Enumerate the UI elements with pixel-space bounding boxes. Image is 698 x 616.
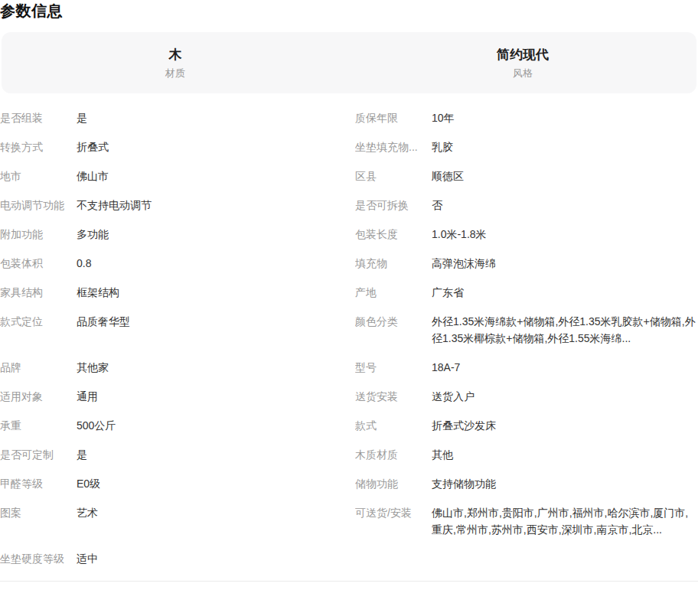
param-cell-right: 坐垫填充物... 乳胶 bbox=[349, 139, 698, 155]
param-label: 转换方式 bbox=[0, 139, 77, 155]
param-cell-left: 款式定位 品质奢华型 bbox=[0, 313, 349, 347]
param-cell-right bbox=[349, 550, 698, 567]
param-row: 适用对象 通用 送货安装 送货入户 bbox=[0, 388, 698, 405]
param-label: 是否可拆换 bbox=[355, 197, 432, 213]
param-value: 送货入户 bbox=[432, 388, 698, 405]
param-cell-left: 适用对象 通用 bbox=[0, 388, 349, 405]
param-value: 支持储物功能 bbox=[432, 475, 698, 492]
param-row: 图案 艺术 可送货/安装 佛山市,郑州市,贵阳市,广州市,福州市,哈尔滨市,厦门… bbox=[0, 504, 698, 538]
param-row: 附加功能 多功能 包装长度 1.0米-1.8米 bbox=[0, 226, 698, 243]
param-value: 佛山市 bbox=[77, 168, 349, 184]
param-value: 18A-7 bbox=[432, 359, 698, 376]
param-value: 其他家 bbox=[77, 359, 349, 376]
param-row: 款式定位 品质奢华型 颜色分类 外径1.35米海绵款+储物箱,外径1.35米乳胶… bbox=[0, 313, 698, 347]
param-label: 储物功能 bbox=[355, 475, 432, 492]
param-row: 是否组装 是 质保年限 10年 bbox=[0, 109, 698, 126]
param-value: 折叠式 bbox=[77, 139, 349, 155]
param-cell-left: 坐垫硬度等级 适中 bbox=[0, 550, 349, 567]
param-value: 适中 bbox=[77, 550, 349, 567]
param-cell-right: 质保年限 10年 bbox=[349, 109, 698, 126]
param-row: 电动调节功能 不支持电动调节 是否可拆换 否 bbox=[0, 197, 698, 213]
param-row: 坐垫硬度等级 适中 bbox=[0, 550, 698, 567]
param-value: 是 bbox=[77, 109, 349, 126]
param-value: 通用 bbox=[77, 388, 349, 405]
param-cell-left: 图案 艺术 bbox=[0, 504, 349, 538]
param-label: 填充物 bbox=[355, 255, 432, 272]
highlight-material-label: 材质 bbox=[165, 67, 185, 80]
param-value: 乳胶 bbox=[432, 139, 698, 155]
param-label: 木质材质 bbox=[355, 446, 432, 463]
param-row: 家具结构 框架结构 产地 广东省 bbox=[0, 284, 698, 301]
param-cell-left: 转换方式 折叠式 bbox=[0, 139, 349, 155]
param-cell-right: 产地 广东省 bbox=[349, 284, 698, 301]
param-cell-left: 地市 佛山市 bbox=[0, 168, 349, 184]
param-cell-right: 填充物 高弹泡沫海绵 bbox=[349, 255, 698, 272]
param-value: 500公斤 bbox=[77, 417, 349, 434]
param-label: 型号 bbox=[355, 359, 432, 376]
param-cell-left: 电动调节功能 不支持电动调节 bbox=[0, 197, 349, 213]
param-value: 是 bbox=[77, 446, 349, 463]
highlight-style: 简约现代 风格 bbox=[349, 32, 696, 93]
param-cell-right: 区县 顺德区 bbox=[349, 168, 698, 184]
param-label: 款式 bbox=[355, 417, 432, 434]
param-label: 区县 bbox=[355, 168, 432, 184]
param-cell-right: 可送货/安装 佛山市,郑州市,贵阳市,广州市,福州市,哈尔滨市,厦门市,重庆,常… bbox=[349, 504, 698, 538]
param-label: 品牌 bbox=[0, 359, 77, 376]
param-label: 电动调节功能 bbox=[0, 197, 77, 213]
param-label: 款式定位 bbox=[0, 313, 77, 330]
param-value: 框架结构 bbox=[77, 284, 349, 301]
param-label: 甲醛等级 bbox=[0, 475, 77, 492]
param-cell-left: 是否组装 是 bbox=[0, 109, 349, 126]
param-label: 颜色分类 bbox=[355, 313, 432, 330]
param-cell-right: 木质材质 其他 bbox=[349, 446, 698, 463]
product-params-section: 参数信息 木 材质 简约现代 风格 是否组装 是 质保年限 10年 转换方式 折… bbox=[0, 0, 698, 616]
param-cell-left: 是否可定制 是 bbox=[0, 446, 349, 463]
section-divider bbox=[0, 581, 698, 582]
highlight-material-value: 木 bbox=[169, 46, 182, 64]
param-cell-left: 家具结构 框架结构 bbox=[0, 284, 349, 301]
param-row: 转换方式 折叠式 坐垫填充物... 乳胶 bbox=[0, 139, 698, 155]
param-value: 佛山市,郑州市,贵阳市,广州市,福州市,哈尔滨市,厦门市,重庆,常州市,苏州市,… bbox=[432, 504, 698, 538]
highlight-style-label: 风格 bbox=[513, 67, 533, 80]
param-cell-right: 颜色分类 外径1.35米海绵款+储物箱,外径1.35米乳胶款+储物箱,外径1.3… bbox=[349, 313, 698, 347]
spec-highlight-banner: 木 材质 简约现代 风格 bbox=[2, 32, 696, 93]
param-label: 包装长度 bbox=[355, 226, 432, 243]
param-value: 艺术 bbox=[77, 504, 349, 521]
param-label: 附加功能 bbox=[0, 226, 77, 243]
param-cell-right: 送货安装 送货入户 bbox=[349, 388, 698, 405]
highlight-style-value: 简约现代 bbox=[497, 46, 549, 64]
param-row: 品牌 其他家 型号 18A-7 bbox=[0, 359, 698, 376]
param-label: 可送货/安装 bbox=[355, 504, 432, 521]
param-label: 产地 bbox=[355, 284, 432, 301]
param-value: 否 bbox=[432, 197, 698, 213]
param-value: 折叠式沙发床 bbox=[432, 417, 698, 434]
param-label: 承重 bbox=[0, 417, 77, 434]
param-cell-left: 甲醛等级 E0级 bbox=[0, 475, 349, 492]
param-label: 送货安装 bbox=[355, 388, 432, 405]
param-label: 是否组装 bbox=[0, 109, 77, 126]
param-label: 包装体积 bbox=[0, 255, 77, 272]
param-row: 地市 佛山市 区县 顺德区 bbox=[0, 168, 698, 184]
param-cell-right: 储物功能 支持储物功能 bbox=[349, 475, 698, 492]
param-row: 包装体积 0.8 填充物 高弹泡沫海绵 bbox=[0, 255, 698, 272]
param-rows: 是否组装 是 质保年限 10年 转换方式 折叠式 坐垫填充物... 乳胶 地市 … bbox=[0, 109, 698, 567]
param-row: 是否可定制 是 木质材质 其他 bbox=[0, 446, 698, 463]
param-value: E0级 bbox=[77, 475, 349, 492]
param-label: 质保年限 bbox=[355, 109, 432, 126]
param-value: 10年 bbox=[432, 109, 698, 126]
param-value: 不支持电动调节 bbox=[77, 197, 349, 213]
param-value: 多功能 bbox=[77, 226, 349, 243]
param-label: 适用对象 bbox=[0, 388, 77, 405]
param-label: 地市 bbox=[0, 168, 77, 184]
param-value: 顺德区 bbox=[432, 168, 698, 184]
param-cell-left: 附加功能 多功能 bbox=[0, 226, 349, 243]
param-row: 承重 500公斤 款式 折叠式沙发床 bbox=[0, 417, 698, 434]
param-label: 家具结构 bbox=[0, 284, 77, 301]
param-cell-left: 包装体积 0.8 bbox=[0, 255, 349, 272]
param-cell-right: 包装长度 1.0米-1.8米 bbox=[349, 226, 698, 243]
param-value: 0.8 bbox=[77, 255, 349, 272]
param-label: 是否可定制 bbox=[0, 446, 77, 463]
param-value: 外径1.35米海绵款+储物箱,外径1.35米乳胶款+储物箱,外径1.35米椰棕款… bbox=[432, 313, 698, 347]
param-cell-right: 款式 折叠式沙发床 bbox=[349, 417, 698, 434]
param-value: 品质奢华型 bbox=[77, 313, 349, 330]
